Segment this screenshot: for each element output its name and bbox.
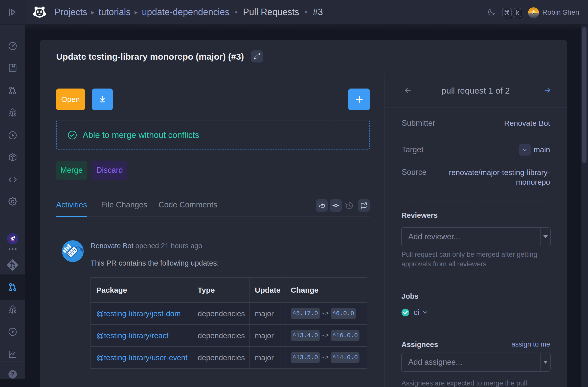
svg-text:?: ? [11,371,14,378]
